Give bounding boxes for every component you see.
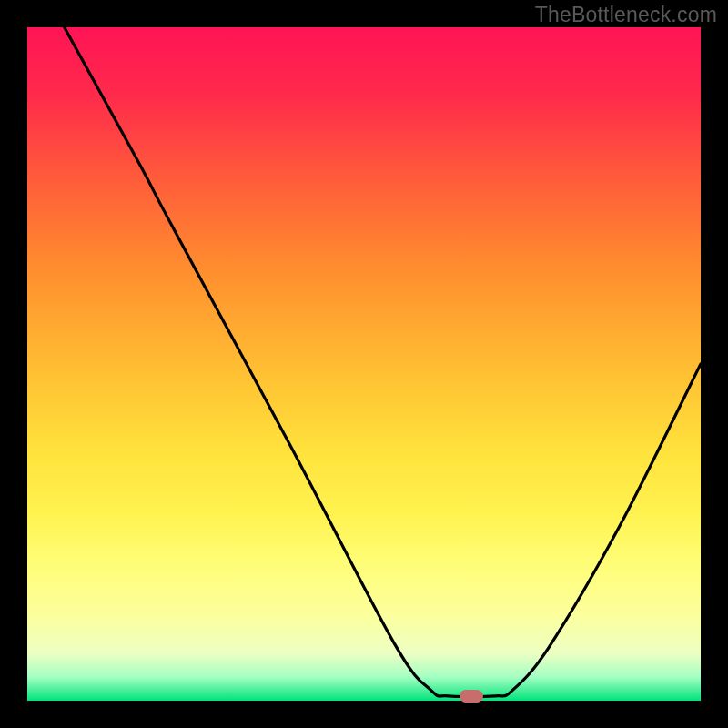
- chart-container: TheBottleneck.com: [0, 0, 728, 728]
- optimal-point-marker: [460, 690, 483, 703]
- bottleneck-curve: [27, 27, 701, 701]
- watermark-text: TheBottleneck.com: [535, 3, 717, 27]
